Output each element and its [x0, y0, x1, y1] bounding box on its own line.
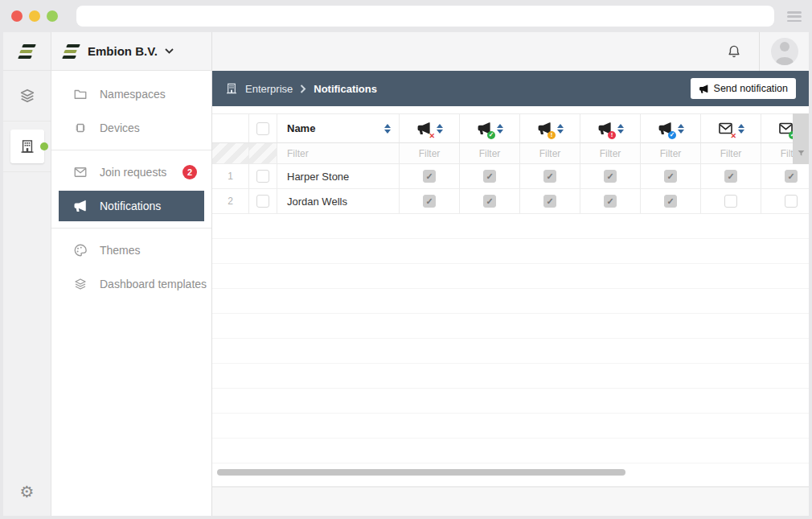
subscription-checkbox[interactable]: ✓: [604, 195, 617, 208]
subscription-checkbox[interactable]: ✓: [423, 170, 436, 183]
rail-item-dashboards[interactable]: [3, 71, 51, 122]
filter-input-megaphone-amber-alert[interactable]: Filter: [520, 143, 580, 163]
join-requests-badge: 2: [182, 165, 197, 179]
sort-icon[interactable]: [738, 124, 744, 134]
layers-icon: [18, 87, 36, 105]
minimize-window-button[interactable]: [29, 10, 40, 22]
sort-icon[interactable]: [497, 124, 503, 134]
filter-input-megaphone-green-check[interactable]: Filter: [460, 143, 520, 163]
megaphone-icon: [73, 199, 88, 213]
subscription-checkbox[interactable]: ✓: [423, 195, 436, 208]
address-bar[interactable]: [76, 6, 774, 27]
send-notification-label: Send notification: [714, 83, 788, 94]
column-header-envelope-red-slash[interactable]: ✕: [701, 114, 761, 142]
enterprise-active-card[interactable]: [10, 130, 44, 163]
subscription-checkbox[interactable]: ✓: [664, 170, 677, 183]
sort-icon[interactable]: [437, 124, 443, 134]
row-checkbox[interactable]: [256, 170, 269, 183]
subscription-cell: ✓: [580, 189, 641, 213]
subscription-cell: ✓: [641, 164, 701, 188]
sidebar-item-label: Join requests: [100, 166, 166, 179]
maximize-window-button[interactable]: [47, 10, 58, 22]
app-logo: [3, 32, 51, 71]
chevron-down-icon: [165, 48, 174, 54]
subscription-checkbox[interactable]: ✓: [785, 170, 798, 183]
sidebar-item-join-requests[interactable]: Join requests 2: [51, 155, 211, 189]
org-name: Embion B.V.: [88, 44, 158, 58]
embion-logo-icon: [63, 44, 80, 59]
sort-icon[interactable]: [617, 124, 624, 134]
empty-row: [212, 339, 809, 364]
empty-row: [212, 439, 809, 463]
amber-alert-badge: !: [547, 131, 556, 139]
column-header-megaphone-red-slash[interactable]: ✕: [400, 114, 460, 142]
select-all-cell: [249, 114, 277, 142]
filter-input-megaphone-red-alert[interactable]: Filter: [580, 143, 641, 163]
subscription-checkbox[interactable]: ✓: [664, 195, 677, 208]
column-header-megaphone-green-check[interactable]: ✓: [460, 114, 520, 142]
subscription-checkbox[interactable]: ✓: [543, 195, 556, 208]
sidebar-item-label: Themes: [100, 244, 141, 257]
column-header-name[interactable]: Name: [277, 114, 400, 142]
filter-input-envelope-red-slash[interactable]: Filter: [701, 143, 761, 163]
column-header-megaphone-blue-check[interactable]: ✓: [641, 114, 701, 142]
table-header-row: Name ✕✓!!✓✕✓: [212, 113, 809, 143]
column-header-megaphone-amber-alert[interactable]: !: [520, 114, 580, 142]
subscription-checkbox[interactable]: ✓: [483, 170, 496, 183]
sort-icon[interactable]: [557, 124, 564, 134]
filter-input-megaphone-blue-check[interactable]: Filter: [641, 143, 701, 163]
row-checkbox[interactable]: [256, 195, 269, 208]
subscription-checkbox[interactable]: ✓: [483, 195, 496, 208]
sort-icon[interactable]: [678, 124, 684, 134]
name-filter-input[interactable]: Filter: [277, 143, 400, 163]
sidebar-item-notifications[interactable]: Notifications: [59, 191, 204, 221]
sort-icon[interactable]: [384, 124, 391, 134]
close-window-button[interactable]: [11, 10, 23, 22]
envelope-icon: ✕: [717, 121, 733, 137]
horizontal-scrollbar-thumb[interactable]: [217, 469, 625, 476]
sidebar-item-label: Dashboard templates: [100, 278, 207, 290]
subscription-checkbox[interactable]: [785, 195, 798, 208]
subscription-cell: ✓: [460, 189, 520, 213]
subscription-checkbox[interactable]: ✓: [724, 170, 737, 183]
notifications-bell-button[interactable]: [709, 43, 759, 60]
rail-item-enterprise[interactable]: [3, 122, 51, 172]
megaphone-icon: !: [536, 121, 552, 137]
settings-button[interactable]: ⚙: [3, 468, 51, 516]
sidebar-divider: [51, 228, 211, 229]
table-row[interactable]: 1Harper Stone✓✓✓✓✓✓✓: [212, 164, 809, 189]
sidebar-item-dashboard-templates[interactable]: Dashboard templates: [51, 267, 211, 301]
breadcrumb: Enterprise Notifications Send notificati…: [212, 71, 809, 106]
red-slash-badge: ✕: [730, 133, 736, 140]
subscription-checkbox[interactable]: [724, 195, 737, 208]
subscription-cell: [701, 189, 761, 213]
table-body: 1Harper Stone✓✓✓✓✓✓✓2Jordan Wells✓✓✓✓✓: [212, 164, 809, 463]
sidebar-item-label: Namespaces: [100, 88, 166, 101]
filter-input-megaphone-red-slash[interactable]: Filter: [400, 143, 460, 163]
table-row[interactable]: 2Jordan Wells✓✓✓✓✓: [212, 189, 809, 214]
sidebar-item-namespaces[interactable]: Namespaces: [51, 77, 211, 111]
subscription-checkbox[interactable]: ✓: [604, 170, 617, 183]
green-check-badge: ✓: [487, 131, 495, 139]
sidebar-item-devices[interactable]: Devices: [51, 111, 211, 145]
browser-menu-icon[interactable]: [787, 11, 802, 22]
breadcrumb-root[interactable]: Enterprise: [245, 83, 293, 95]
breadcrumb-current: Notifications: [314, 83, 377, 95]
red-slash-badge: ✕: [429, 133, 435, 140]
send-notification-button[interactable]: Send notification: [691, 78, 796, 99]
subscription-checkbox[interactable]: ✓: [543, 170, 556, 183]
column-header-megaphone-red-alert[interactable]: !: [580, 114, 641, 142]
user-menu[interactable]: [759, 32, 809, 71]
building-icon: [225, 82, 238, 95]
row-number-header: [212, 114, 249, 142]
sidebar-item-themes[interactable]: Themes: [51, 233, 211, 267]
megaphone-icon: ✕: [416, 121, 432, 137]
sidebar-nav: Namespaces Devices Join requests 2: [51, 71, 211, 301]
sidebar: Embion B.V. Namespaces Devices: [51, 32, 212, 516]
empty-row: [212, 364, 809, 389]
org-selector[interactable]: Embion B.V.: [51, 32, 211, 71]
filter-panel-strip[interactable]: [793, 113, 809, 164]
select-all-checkbox[interactable]: [256, 122, 269, 135]
layers-icon: [73, 277, 88, 291]
subscription-cell: ✓: [400, 189, 460, 213]
